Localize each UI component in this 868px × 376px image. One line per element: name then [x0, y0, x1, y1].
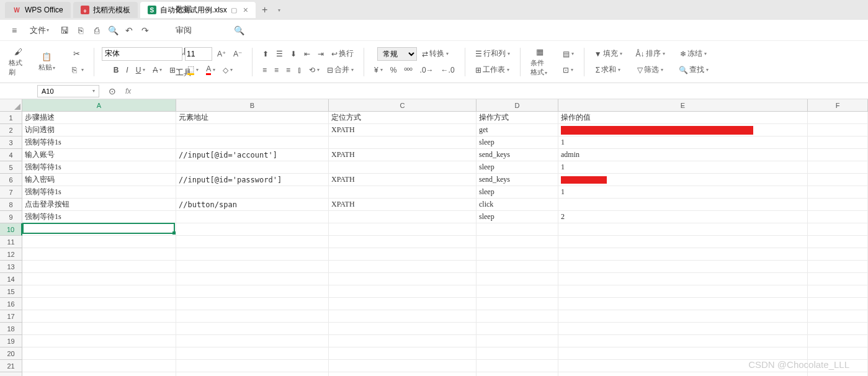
row-header[interactable]: 4	[0, 149, 22, 161]
sum-button[interactable]: Σ 求和▾	[593, 63, 623, 78]
cell[interactable]	[808, 112, 868, 124]
cell[interactable]	[22, 223, 176, 236]
row-header[interactable]: 10	[0, 223, 22, 236]
cell[interactable]	[22, 310, 176, 323]
cell[interactable]	[329, 310, 477, 323]
fx-icon[interactable]: fx	[125, 87, 131, 96]
clear-format-button[interactable]: ◇▾	[220, 63, 235, 78]
indent-decrease-button[interactable]: ⇤	[302, 47, 313, 61]
cell[interactable]	[329, 137, 477, 149]
font-family-select[interactable]	[102, 47, 182, 61]
cell[interactable]	[558, 347, 808, 360]
cell[interactable]	[329, 186, 477, 199]
cell[interactable]	[329, 273, 477, 285]
cell[interactable]	[176, 236, 329, 248]
cell[interactable]: 操作的值	[558, 112, 808, 124]
cell[interactable]	[477, 372, 558, 376]
cell[interactable]	[808, 310, 868, 323]
cell[interactable]	[22, 298, 176, 310]
fill-color-button[interactable]: ⬚▾	[185, 63, 201, 78]
cell[interactable]: 访问透彻	[22, 124, 176, 137]
row-header[interactable]: 8	[0, 199, 22, 211]
cell[interactable]	[558, 248, 808, 261]
cell[interactable]	[558, 124, 808, 137]
align-middle-button[interactable]: ☰	[274, 47, 285, 61]
cell[interactable]	[176, 310, 329, 323]
cell[interactable]	[176, 372, 329, 376]
row-header[interactable]: 15	[0, 285, 22, 298]
cell[interactable]	[22, 323, 176, 335]
cell[interactable]: 强制等待1s	[22, 186, 176, 199]
col-header-A[interactable]: A	[22, 99, 176, 112]
cell[interactable]	[22, 372, 176, 376]
conditional-format-button[interactable]: ▦条件格式▾	[528, 47, 552, 78]
cell[interactable]	[22, 273, 176, 285]
row-header[interactable]: 22	[0, 372, 22, 376]
row-header[interactable]: 11	[0, 236, 22, 248]
cell[interactable]	[22, 261, 176, 273]
cell[interactable]: click	[477, 199, 558, 211]
wrap-text-button[interactable]: ↩换行	[329, 47, 356, 61]
cell[interactable]	[176, 223, 329, 236]
cell[interactable]	[477, 310, 558, 323]
cell[interactable]: 1	[558, 186, 808, 199]
add-tab-button[interactable]: +	[258, 4, 271, 16]
cell[interactable]: XPATH	[329, 124, 477, 137]
cell-style-button[interactable]: ▤▾	[560, 47, 576, 61]
cell[interactable]	[808, 335, 868, 347]
cell[interactable]: XPATH	[329, 174, 477, 186]
cell[interactable]	[558, 261, 808, 273]
cell[interactable]	[329, 298, 477, 310]
cell[interactable]: 强制等待1s	[22, 211, 176, 223]
col-header-C[interactable]: C	[329, 99, 477, 112]
cell[interactable]	[477, 273, 558, 285]
font-increase-button[interactable]: A⁺	[215, 47, 228, 61]
cell[interactable]	[176, 211, 329, 223]
cell[interactable]	[808, 223, 868, 236]
sort-button[interactable]: Å↓ 排序▾	[633, 47, 668, 61]
cell[interactable]	[176, 137, 329, 149]
row-header[interactable]: 21	[0, 360, 22, 372]
merge-cells-button[interactable]: ⊟合并▾	[324, 63, 356, 78]
rows-cols-button[interactable]: ☰ 行和列▾	[473, 47, 512, 61]
cell[interactable]: XPATH	[329, 199, 477, 211]
file-menu[interactable]: 文件▾	[24, 20, 55, 41]
row-header[interactable]: 19	[0, 335, 22, 347]
decimal-increase-button[interactable]: .0→	[418, 63, 436, 78]
cell[interactable]	[176, 161, 329, 174]
cell[interactable]: get	[477, 124, 558, 137]
find-button[interactable]: 🔍 查找▾	[676, 63, 711, 78]
row-header[interactable]: 9	[0, 211, 22, 223]
cell[interactable]	[329, 236, 477, 248]
cell[interactable]	[808, 199, 868, 211]
menu-item-4[interactable]: 数据	[169, 0, 222, 20]
save-icon[interactable]: 🖫	[58, 24, 71, 37]
align-bottom-button[interactable]: ⬇	[288, 47, 299, 61]
cell[interactable]	[176, 323, 329, 335]
cell[interactable]	[808, 261, 868, 273]
cell[interactable]: sleep	[477, 161, 558, 174]
format-brush-button[interactable]: 🖌格式刷	[6, 47, 30, 78]
cell[interactable]: //input[@id='password']	[176, 174, 329, 186]
currency-button[interactable]: ¥▾	[372, 63, 385, 78]
cell[interactable]	[558, 360, 808, 372]
preview-icon[interactable]: 🔍	[106, 24, 120, 37]
cell[interactable]	[176, 285, 329, 298]
convert-button[interactable]: ⇄转换▾	[419, 47, 451, 61]
bold-button[interactable]: B	[111, 63, 122, 78]
align-center-button[interactable]: ≡	[272, 63, 281, 78]
cell[interactable]	[558, 199, 808, 211]
cell[interactable]	[477, 298, 558, 310]
fill-button[interactable]: ▼ 填充▾	[592, 47, 625, 61]
cancel-fx-icon[interactable]: ⊙	[105, 84, 119, 98]
cell[interactable]: 步骤描述	[22, 112, 176, 124]
cell[interactable]	[808, 211, 868, 223]
cell[interactable]	[176, 273, 329, 285]
cell[interactable]: 点击登录按钮	[22, 199, 176, 211]
cell[interactable]: send_keys	[477, 174, 558, 186]
cell[interactable]	[176, 347, 329, 360]
indent-increase-button[interactable]: ⇥	[315, 47, 326, 61]
row-header[interactable]: 2	[0, 124, 22, 137]
align-left-button[interactable]: ≡	[260, 63, 269, 78]
cell[interactable]	[22, 248, 176, 261]
